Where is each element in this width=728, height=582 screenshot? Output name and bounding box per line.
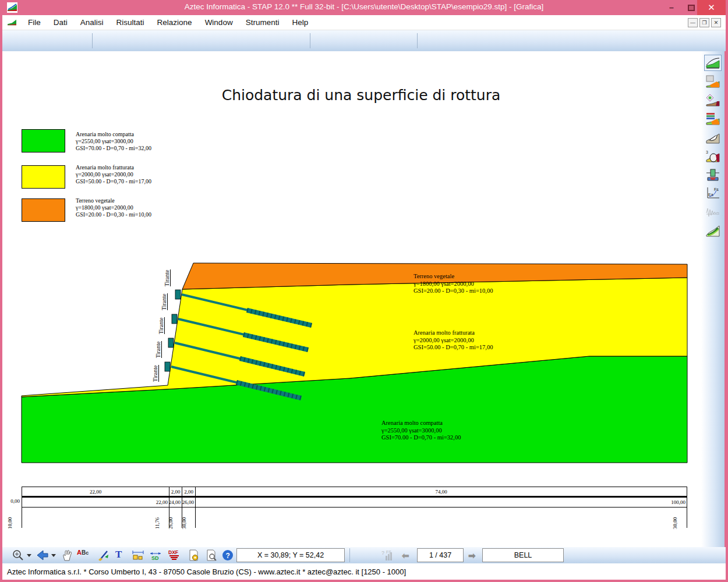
annotation-terreno-vegetale: Terreno vegetale γ=1800,00 γsat=2000,00 … — [414, 273, 493, 295]
svg-text:?: ? — [381, 550, 384, 556]
tool-hatch-slope[interactable] — [704, 73, 722, 90]
legend-gsi: GSI=70.00 - D=0,70 - mi=32,00 — [76, 145, 210, 152]
svg-text:?: ? — [226, 552, 230, 560]
right-tool-sidebar: 3 EaFs — [701, 51, 725, 547]
legend-name: Arenaria molto compatta — [76, 131, 210, 138]
tool-3d-view[interactable]: 3 — [704, 148, 722, 164]
menu-analisi[interactable]: Analisi — [74, 16, 110, 29]
segment-cell: 2,00 — [182, 487, 196, 496]
document-icon — [7, 18, 17, 27]
tirante-label: Tirante — [158, 317, 165, 334]
elevation-label: 26,00 — [168, 517, 175, 529]
tool-ea-fs-chart[interactable]: EaFs — [704, 185, 722, 201]
annotation-line: Arenaria molto compatta — [381, 420, 461, 427]
font-style-button[interactable]: ABc — [77, 549, 93, 562]
menu-file[interactable]: File — [22, 16, 47, 29]
menu-strumenti[interactable]: Strumenti — [239, 16, 286, 29]
print-preview-button[interactable] — [205, 549, 218, 562]
progressive-cell: 22,00 — [22, 498, 169, 507]
menu-dati[interactable]: Dati — [47, 16, 74, 29]
legend-props: γ=2000,00 γsat=2000,00 — [76, 171, 210, 178]
title-bar: Aztec Informatica - STAP 12.0 ** Full 32… — [0, 0, 728, 15]
legend-props: γ=1800,00 γsat=2000,00 — [76, 204, 210, 211]
annotation-line: Arenaria molto fratturata — [414, 329, 493, 337]
menu-risultati[interactable]: Risultati — [110, 16, 151, 29]
dxf-export-button[interactable]: DXF — [168, 549, 181, 562]
method-indicator[interactable]: BELL — [482, 548, 564, 562]
drawing-canvas[interactable] — [2, 51, 701, 547]
tool-layers-slope[interactable] — [704, 111, 722, 127]
annotation-arenaria-compatta: Arenaria molto compatta γ=2550,00 γsat=3… — [381, 420, 461, 442]
tirante-label: Tirante — [155, 341, 162, 358]
annotation-line: Terreno vegetale — [414, 273, 493, 281]
pan-hand-button[interactable] — [61, 549, 73, 562]
zoom-button[interactable] — [12, 549, 24, 562]
segment-cell: 22,00 — [22, 487, 169, 496]
tool-materials[interactable] — [704, 92, 722, 108]
legend-entry-vegetale: Terreno vegetale γ=1800,00 γsat=2000,00 … — [76, 197, 210, 218]
abc-label: A — [77, 549, 82, 556]
app-window: Aztec Informatica - STAP 12.0 ** Full 32… — [0, 0, 728, 582]
segment-cell: 74,00 — [196, 487, 687, 496]
sd-export-button[interactable]: SD — [149, 549, 162, 562]
close-button[interactable]: ✕ — [697, 0, 726, 15]
annotation-line: γ=2550,00 γsat=3000,00 — [381, 427, 461, 435]
draw-style-button[interactable] — [97, 549, 109, 562]
status-text: Aztec Informatica s.r.l. * Corso Umberto… — [7, 567, 406, 576]
dimension-row-progressives: 22,00 24,00 26,00 100,00 — [22, 496, 687, 508]
elevation-label: 11,76 — [154, 517, 161, 529]
help-bottom-button[interactable]: ? — [221, 549, 234, 562]
svg-text:SD: SD — [151, 555, 159, 561]
tool-spectrum-disabled[interactable] — [704, 204, 722, 220]
legend-swatch-compatta — [22, 129, 65, 152]
zoom-dropdown-caret[interactable] — [27, 554, 31, 557]
annotation-line: GSI=70.00 - D=0,70 - mi=32,00 — [381, 434, 461, 442]
mdi-close-button[interactable]: ✕ — [711, 18, 721, 27]
tirante-label: Tirante — [152, 365, 159, 382]
legend-entry-fratturata: Arenaria molto fratturata γ=2000,00 γsat… — [76, 164, 210, 185]
elevation-label: 10,00 — [7, 517, 14, 529]
menu-relazione[interactable]: Relazione — [151, 16, 199, 29]
segment-cell: 2,00 — [169, 487, 182, 496]
tool-green-slope[interactable] — [704, 222, 722, 239]
page-indicator[interactable]: 1 / 437 — [417, 548, 464, 562]
coordinates-display: X = 30,89; Y = 52,42 — [236, 548, 345, 562]
progressive-cell: 26,00 — [182, 498, 196, 507]
dimension-tick — [22, 508, 22, 528]
back-button[interactable] — [36, 549, 49, 562]
page-setup-button[interactable] — [188, 549, 200, 562]
next-page-button[interactable]: ➡ — [468, 551, 476, 561]
elevation-label: 30,00 — [672, 517, 679, 529]
back-dropdown-caret[interactable] — [51, 554, 56, 557]
legend-gsi: GSI=50.00 - D=0,70 - mi=17,00 — [76, 178, 210, 185]
svg-text:3: 3 — [706, 150, 708, 154]
menu-window[interactable]: Window — [199, 16, 239, 29]
progressive-cell: 100,00 — [196, 498, 687, 507]
legend-props: γ=2550,00 γsat=3000,00 — [76, 138, 210, 145]
dimension-tool-button[interactable] — [132, 549, 144, 562]
dimension-tick — [195, 508, 196, 528]
toolbar-separator — [310, 33, 310, 48]
annotation-line: γ=2000,00 γsat=2000,00 — [414, 337, 493, 345]
tool-slip-circle[interactable] — [704, 129, 722, 146]
annotation-line: GSI=20.00 - D=0,30 - mi=10,00 — [414, 288, 493, 295]
menu-help[interactable]: Help — [285, 16, 314, 29]
dimension-tick — [687, 508, 687, 528]
maximize-icon — [688, 5, 695, 11]
mdi-window-buttons: — ❐ ✕ — [688, 18, 721, 27]
dimension-row-segments: 22,00 2,00 2,00 74,00 — [22, 487, 687, 496]
tool-profile-results[interactable] — [704, 55, 722, 71]
prev-page-button[interactable]: ⬅ — [402, 551, 409, 561]
progressive-cell: 24,00 — [169, 498, 182, 507]
tool-wall-section[interactable] — [704, 166, 722, 183]
mdi-minimize-button[interactable]: — — [688, 18, 698, 27]
status-bar: Aztec Informatica s.r.l. * Corso Umberto… — [2, 563, 726, 580]
main-toolbar: kg cm NORM DM 11/03/88 + Norme 1996/97 O… — [2, 30, 726, 51]
minimize-button[interactable]: – — [663, 0, 680, 15]
annotation-line: γ=1800,00 γsat=2000,00 — [414, 281, 493, 288]
legend-name: Terreno vegetale — [76, 197, 210, 204]
progressive-origin: 0,00 — [0, 498, 20, 504]
text-tool-button[interactable]: T — [115, 549, 128, 562]
tirante-label: Tirante — [161, 293, 168, 310]
mdi-restore-button[interactable]: ❐ — [699, 18, 709, 27]
